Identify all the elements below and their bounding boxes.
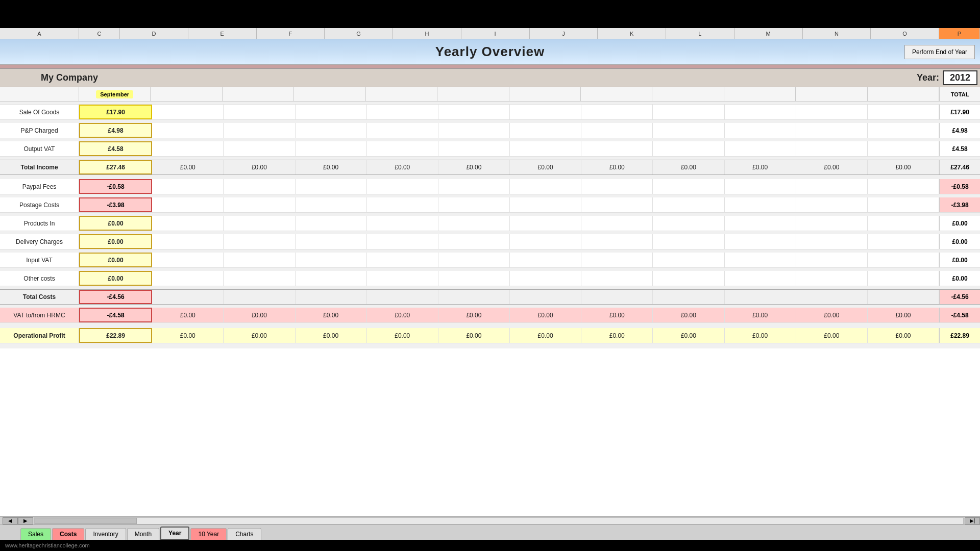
scroll-left-btn[interactable]: ◀ (3, 517, 18, 524)
perform-end-of-year-button[interactable]: Perform End of Year (904, 45, 975, 59)
total-income-m10[interactable]: £0.00 (725, 160, 796, 174)
input-vat-m11[interactable] (796, 253, 868, 267)
other-costs-m7[interactable] (510, 271, 581, 286)
products-in-m3[interactable] (224, 216, 295, 231)
sale-of-goods-m9[interactable] (653, 105, 724, 119)
products-in-m9[interactable] (653, 216, 724, 231)
input-vat-m5[interactable] (367, 253, 438, 267)
delivery-charges-m9[interactable] (653, 234, 724, 249)
total-costs-m3[interactable] (224, 290, 295, 304)
products-in-m2[interactable] (152, 216, 224, 231)
op-profit-m8[interactable]: £0.00 (581, 328, 653, 343)
pp-charged-m8[interactable] (581, 123, 653, 138)
total-income-m5[interactable]: £0.00 (367, 160, 438, 174)
products-in-m10[interactable] (725, 216, 796, 231)
op-profit-m12[interactable]: £0.00 (868, 328, 939, 343)
input-vat-value[interactable]: £0.00 (79, 253, 152, 267)
vat-hrmc-m9[interactable]: £0.00 (653, 308, 724, 322)
total-income-m12[interactable]: £0.00 (868, 160, 939, 174)
vat-hrmc-m2[interactable]: £0.00 (152, 308, 224, 322)
sale-of-goods-m3[interactable] (224, 105, 295, 119)
tab-charts[interactable]: Charts (228, 528, 261, 540)
tab-costs[interactable]: Costs (52, 528, 84, 540)
vat-hrmc-m8[interactable]: £0.00 (581, 308, 653, 322)
postage-costs-m4[interactable] (296, 197, 367, 212)
total-income-m4[interactable]: £0.00 (296, 160, 367, 174)
op-profit-m10[interactable]: £0.00 (725, 328, 796, 343)
delivery-charges-m7[interactable] (510, 234, 581, 249)
input-vat-m3[interactable] (224, 253, 295, 267)
delivery-charges-m8[interactable] (581, 234, 653, 249)
postage-costs-m9[interactable] (653, 197, 724, 212)
total-costs-value[interactable]: -£4.56 (79, 290, 152, 304)
vat-hrmc-m12[interactable]: £0.00 (868, 308, 939, 322)
total-income-value[interactable]: £27.46 (79, 160, 152, 174)
op-profit-m3[interactable]: £0.00 (224, 328, 295, 343)
total-costs-m7[interactable] (510, 290, 581, 304)
delivery-charges-value[interactable]: £0.00 (79, 234, 152, 249)
vat-hrmc-m6[interactable]: £0.00 (438, 308, 510, 322)
delivery-charges-m3[interactable] (224, 234, 295, 249)
total-costs-m6[interactable] (438, 290, 510, 304)
pp-charged-m11[interactable] (796, 123, 868, 138)
scroll-end-btn[interactable]: ▶| (965, 517, 980, 524)
delivery-charges-m2[interactable] (152, 234, 224, 249)
other-costs-m11[interactable] (796, 271, 868, 286)
paypal-fees-m10[interactable] (725, 179, 796, 194)
vat-hrmc-value[interactable]: -£4.58 (79, 308, 152, 322)
postage-costs-m11[interactable] (796, 197, 868, 212)
input-vat-m2[interactable] (152, 253, 224, 267)
vat-hrmc-m7[interactable]: £0.00 (510, 308, 581, 322)
pp-charged-m7[interactable] (510, 123, 581, 138)
total-costs-m8[interactable] (581, 290, 653, 304)
total-costs-m9[interactable] (653, 290, 724, 304)
vat-hrmc-m4[interactable]: £0.00 (296, 308, 367, 322)
op-profit-m7[interactable]: £0.00 (510, 328, 581, 343)
vat-hrmc-m10[interactable]: £0.00 (725, 308, 796, 322)
delivery-charges-m12[interactable] (868, 234, 939, 249)
sale-of-goods-value[interactable]: £17.90 (79, 105, 152, 119)
input-vat-m6[interactable] (438, 253, 510, 267)
vat-hrmc-m3[interactable]: £0.00 (224, 308, 295, 322)
postage-costs-m12[interactable] (868, 197, 939, 212)
total-income-m9[interactable]: £0.00 (653, 160, 724, 174)
products-in-value[interactable]: £0.00 (79, 216, 152, 231)
postage-costs-value[interactable]: -£3.98 (79, 197, 152, 212)
input-vat-m12[interactable] (868, 253, 939, 267)
input-vat-m7[interactable] (510, 253, 581, 267)
paypal-fees-m6[interactable] (438, 179, 510, 194)
sale-of-goods-m4[interactable] (296, 105, 367, 119)
pp-charged-m10[interactable] (725, 123, 796, 138)
output-vat-m8[interactable] (581, 141, 653, 156)
paypal-fees-m3[interactable] (224, 179, 295, 194)
products-in-m5[interactable] (367, 216, 438, 231)
pp-charged-m4[interactable] (296, 123, 367, 138)
postage-costs-m2[interactable] (152, 197, 224, 212)
tab-month[interactable]: Month (127, 528, 159, 540)
output-vat-m10[interactable] (725, 141, 796, 156)
op-profit-m4[interactable]: £0.00 (296, 328, 367, 343)
op-profit-m2[interactable]: £0.00 (152, 328, 224, 343)
sale-of-goods-m10[interactable] (725, 105, 796, 119)
scrollbar-thumb[interactable] (35, 518, 137, 524)
output-vat-m7[interactable] (510, 141, 581, 156)
products-in-m6[interactable] (438, 216, 510, 231)
vat-hrmc-m5[interactable]: £0.00 (367, 308, 438, 322)
postage-costs-m5[interactable] (367, 197, 438, 212)
pp-charged-m5[interactable] (367, 123, 438, 138)
total-costs-m2[interactable] (152, 290, 224, 304)
input-vat-m10[interactable] (725, 253, 796, 267)
paypal-fees-m5[interactable] (367, 179, 438, 194)
total-costs-m5[interactable] (367, 290, 438, 304)
pp-charged-value[interactable]: £4.98 (79, 123, 152, 138)
other-costs-m10[interactable] (725, 271, 796, 286)
pp-charged-m12[interactable] (868, 123, 939, 138)
output-vat-value[interactable]: £4.58 (79, 141, 152, 156)
input-vat-m4[interactable] (296, 253, 367, 267)
operational-profit-value[interactable]: £22.89 (79, 328, 152, 343)
sale-of-goods-m11[interactable] (796, 105, 868, 119)
total-costs-m4[interactable] (296, 290, 367, 304)
tab-inventory[interactable]: Inventory (85, 528, 126, 540)
total-income-m11[interactable]: £0.00 (796, 160, 868, 174)
output-vat-m3[interactable] (224, 141, 295, 156)
